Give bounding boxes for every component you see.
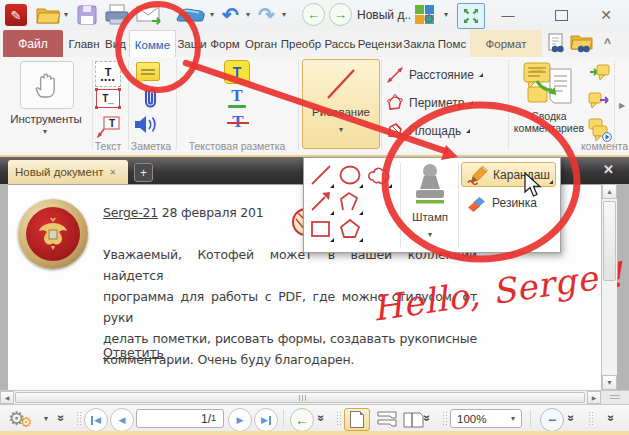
typewriter-tool-icon[interactable]: T•••• <box>95 61 121 87</box>
measure-distance-item[interactable]: Расстояние <box>386 66 483 84</box>
expand-right-chevrons[interactable]: » <box>604 415 618 422</box>
sticky-note-icon[interactable] <box>136 62 160 81</box>
pencil-tool-button[interactable]: Карандаш <box>461 162 556 187</box>
save-icon[interactable] <box>76 3 98 27</box>
open-folder-icon[interactable] <box>36 3 62 27</box>
undo-icon[interactable]: ↶ <box>222 3 239 27</box>
polyline-tool-icon[interactable] <box>337 189 363 215</box>
vscroll-thumb[interactable] <box>603 201 616 281</box>
stamp-tool[interactable]: Штамп ▾ <box>404 160 456 250</box>
scroll-right-button[interactable]: ▶ <box>587 391 601 404</box>
options-dropdown-caret[interactable]: ▾ <box>44 415 48 423</box>
reply-link[interactable]: Ответить <box>103 342 164 363</box>
close-window-button[interactable]: ✕ <box>594 3 618 27</box>
tab-file[interactable]: Файл <box>3 30 63 57</box>
tab-comment[interactable]: Комме <box>129 30 176 58</box>
scroll-up-button[interactable]: ▲ <box>602 184 617 199</box>
tab-review[interactable]: Рецензи <box>358 30 402 57</box>
measure-perimeter-item[interactable]: Периметр <box>386 94 473 112</box>
horizontal-scrollbar[interactable]: ◀ ▶ <box>0 390 601 404</box>
tab-format[interactable]: Формат <box>470 30 542 57</box>
sound-icon[interactable] <box>133 113 161 136</box>
next-comment-icon[interactable] <box>588 118 610 140</box>
maximize-button[interactable] <box>549 3 573 27</box>
options-gears-icon[interactable]: ⚙ ⚙ <box>8 407 42 431</box>
import-comments-icon[interactable] <box>588 62 610 84</box>
search-folder-icon[interactable] <box>570 33 593 54</box>
single-page-layout-button[interactable] <box>344 408 370 431</box>
search-document-icon[interactable] <box>546 33 566 54</box>
scroll-down-button[interactable]: ▼ <box>602 375 617 390</box>
first-page-button[interactable]: ◀ <box>84 408 108 432</box>
flyout-arrow-icon[interactable]: ▶ <box>619 101 625 110</box>
expand-zoom-chevrons[interactable]: » <box>564 415 578 422</box>
expand-toolbar-chevrons[interactable]: » <box>54 415 68 422</box>
attachment-icon[interactable] <box>139 86 161 112</box>
last-page-button[interactable]: ▶ <box>254 408 278 432</box>
tab-help[interactable]: Помс <box>436 30 468 57</box>
minimize-button[interactable]: — <box>496 3 520 27</box>
zoom-level-field[interactable]: 100% ▾ <box>450 409 522 428</box>
tab-protect[interactable]: Защи <box>176 30 208 57</box>
back-view-icon[interactable]: ← <box>302 3 325 26</box>
comment-summary-icon <box>523 61 575 108</box>
highlight-text-icon[interactable]: T <box>224 60 250 84</box>
expand-layout-chevrons[interactable]: » <box>420 415 434 422</box>
previous-view-button[interactable]: ← <box>290 408 314 432</box>
callout-tool-icon[interactable]: T <box>96 114 122 140</box>
polygon-tool-icon[interactable] <box>337 216 363 242</box>
email-icon[interactable] <box>136 3 164 27</box>
arrow-tool-icon[interactable] <box>308 189 334 215</box>
ellipse-tool-icon[interactable] <box>337 162 363 188</box>
undo-dropdown-caret[interactable]: ▾ <box>246 3 250 27</box>
scanner-dropdown-caret[interactable]: ▾ <box>210 3 214 27</box>
export-comments-icon[interactable] <box>588 90 610 112</box>
fullscreen-icon[interactable] <box>457 3 485 29</box>
tab-home[interactable]: Главн <box>66 30 102 57</box>
continuous-layout-button[interactable] <box>374 408 400 431</box>
hscroll-thumb[interactable] <box>15 392 585 403</box>
cloud-tool-icon[interactable] <box>366 162 392 188</box>
area-icon <box>386 122 404 140</box>
document-tab-title: Новый документ <box>15 166 104 178</box>
author-link[interactable]: Serge-21 <box>103 205 158 220</box>
strikeout-text-icon[interactable]: T <box>228 113 248 131</box>
document-tab-close-icon[interactable]: ✕ <box>110 168 117 177</box>
titlebar: ✎ ▾ ▾ ↶ ▾ ↷ ▾ ← → Новый д.. <box>0 0 629 30</box>
tab-organize[interactable]: Орган <box>242 30 280 57</box>
tab-form[interactable]: Форм <box>208 30 242 57</box>
tab-share[interactable]: Рассь <box>322 30 358 57</box>
forward-view-icon[interactable]: → <box>329 3 352 26</box>
tab-convert[interactable]: Преобр <box>280 30 322 57</box>
drawing-button[interactable]: Рисование ▾ <box>302 59 380 149</box>
underline-text-icon[interactable]: T <box>228 87 246 108</box>
zoom-out-button[interactable]: − <box>540 408 564 432</box>
new-document-tab-button[interactable]: + <box>134 163 153 182</box>
close-document-icon[interactable]: ✕ <box>603 162 614 177</box>
page-number-field[interactable]: 1/1 <box>136 409 224 428</box>
scanner-icon[interactable] <box>176 3 206 27</box>
collapse-ribbon-icon[interactable]: ^ <box>604 36 611 50</box>
tab-bookmarks[interactable]: Закла <box>402 30 436 57</box>
tab-view[interactable]: Вид <box>102 30 129 57</box>
line-tool-icon[interactable] <box>308 162 334 188</box>
rectangle-tool-icon[interactable] <box>308 216 334 242</box>
textbox-tool-icon[interactable]: T_ <box>96 89 120 108</box>
vertical-scrollbar[interactable]: ▲ ▼ <box>601 184 617 390</box>
print-icon[interactable] <box>104 3 130 27</box>
open-dropdown-caret[interactable]: ▾ <box>64 3 68 27</box>
redo-dropdown-caret[interactable]: ▾ <box>282 3 286 27</box>
launcher-dropdown-caret[interactable]: ▾ <box>444 3 448 27</box>
tools-button[interactable]: Инструменты ▾ <box>2 59 90 151</box>
document-tab[interactable]: Новый документ ✕ <box>8 160 128 184</box>
scroll-left-button[interactable]: ◀ <box>0 391 14 404</box>
next-page-button[interactable]: ▶ <box>228 408 252 432</box>
previous-page-button[interactable]: ◀ <box>110 408 134 432</box>
eraser-tool-button[interactable]: Резинка <box>461 191 556 215</box>
measure-area-item[interactable]: Площадь <box>386 122 470 140</box>
redo-icon[interactable]: ↷ <box>258 3 275 27</box>
launcher-icon[interactable]: ⚙ <box>414 3 436 27</box>
page-total: 1 <box>211 413 216 423</box>
expand-view-chevrons[interactable]: » <box>314 415 328 422</box>
comment-summary-button[interactable]: Сводка комментариев <box>512 59 586 151</box>
